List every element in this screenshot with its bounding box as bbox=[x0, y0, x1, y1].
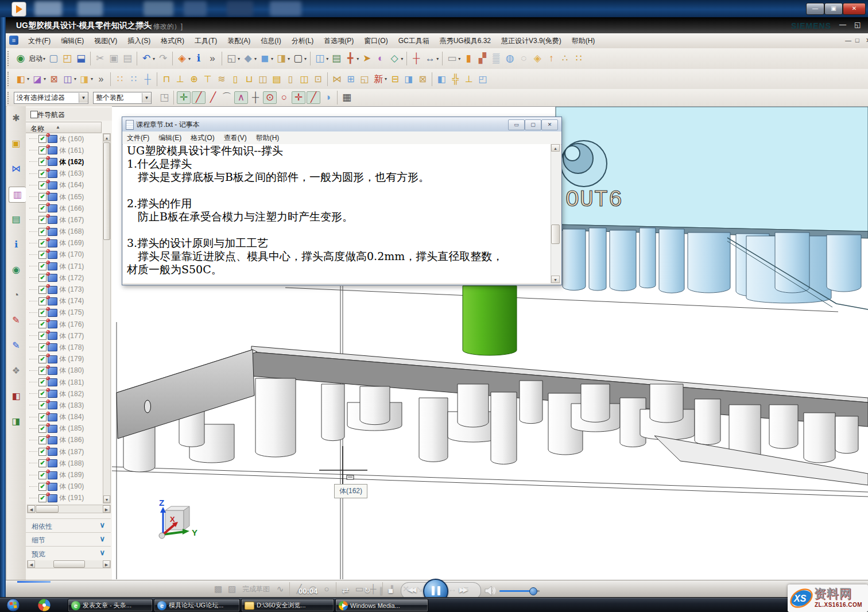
spring-icon[interactable]: ≋ bbox=[215, 72, 228, 86]
menu-item[interactable]: 文件(F) bbox=[23, 34, 56, 48]
toolbar-grip[interactable] bbox=[7, 92, 11, 104]
checkbox-checked-icon[interactable]: ✔ bbox=[38, 390, 46, 398]
grid-snap-icon[interactable]: ▦ bbox=[340, 91, 353, 104]
notepad-title-bar[interactable]: 课程章节.txt - 记事本 ▭ ▢ ✕ bbox=[122, 117, 561, 132]
cyan-plate[interactable]: OUT6 bbox=[556, 107, 868, 238]
history-icon[interactable]: ◔ bbox=[9, 288, 24, 303]
checkbox-checked-icon[interactable]: ✔ bbox=[38, 239, 46, 247]
menu-item[interactable]: 分析(L) bbox=[286, 34, 319, 48]
tree-vertical-scrollbar[interactable]: ▲ ▼ bbox=[103, 133, 111, 503]
checkbox-checked-icon[interactable]: ✔ bbox=[38, 158, 46, 166]
circle-icon[interactable]: ○ bbox=[320, 582, 333, 596]
screw-icon[interactable]: ⊥ bbox=[174, 72, 187, 86]
tree-row[interactable]: ✔ 体 (164) bbox=[26, 180, 102, 191]
checkbox-checked-icon[interactable]: ✔ bbox=[38, 309, 46, 317]
array-icon[interactable]: ∴ bbox=[559, 52, 571, 65]
tree-row[interactable]: ✔ 体 (191) bbox=[26, 493, 102, 503]
face-analysis-icon[interactable]: ◨ bbox=[275, 52, 288, 65]
doc-close-icon[interactable]: ✕ bbox=[866, 37, 868, 44]
maximize-button[interactable]: ▣ bbox=[824, 3, 843, 15]
checkbox-checked-icon[interactable]: ✔ bbox=[38, 170, 46, 178]
chevron-down-icon[interactable]: ▾ bbox=[188, 56, 191, 61]
notepad-menu-item[interactable]: 帮助(H) bbox=[251, 131, 284, 145]
assembly-navigator-icon[interactable]: ▣ bbox=[9, 136, 24, 151]
notepad-text-area[interactable]: UG塑胶模具设计零件知识--撑头1.什么是撑头 撑头是支撑底板与B板之间的部件，… bbox=[123, 144, 551, 283]
hand-diamond-icon[interactable]: ➤ bbox=[361, 52, 373, 65]
shuffle-icon[interactable]: ⇄ bbox=[342, 586, 349, 595]
scroll-right-icon[interactable]: ▶ bbox=[103, 560, 110, 568]
menu-item[interactable]: 插入(S) bbox=[122, 34, 156, 48]
scroll-thumb[interactable] bbox=[103, 142, 110, 240]
tree-row[interactable]: ✔ 体 (183) bbox=[26, 400, 102, 411]
checkbox-checked-icon[interactable]: ✔ bbox=[38, 425, 46, 433]
tree-row[interactable]: ✔ 体 (171) bbox=[26, 261, 102, 272]
stand-icon[interactable]: ⊥ bbox=[463, 72, 475, 86]
notepad-menu-item[interactable]: 格式(O) bbox=[186, 131, 219, 145]
toolbar-grip[interactable] bbox=[7, 72, 11, 86]
tree-row[interactable]: ✔ 体 (190) bbox=[26, 481, 102, 493]
chevron-down-icon[interactable]: ∨ bbox=[99, 534, 105, 543]
chevron-down-icon[interactable]: ▾ bbox=[304, 56, 307, 61]
sheet-icon[interactable]: ▭ bbox=[445, 52, 458, 65]
tree-row[interactable]: ✔ 体 (163) bbox=[26, 168, 102, 180]
ug-title-bar[interactable]: UG塑胶模具设计-模具零件知识之撑头 .prt （修改的）] SIEMENS —… bbox=[6, 17, 868, 33]
undo-icon[interactable]: ↶ bbox=[140, 52, 153, 65]
tree-row[interactable]: ✔ 体 (182) bbox=[26, 388, 102, 400]
taskbar-button[interactable]: e模具论坛-UG论坛... bbox=[154, 599, 240, 612]
ejector-icon[interactable]: ◨ bbox=[402, 72, 415, 86]
tree-row[interactable]: ✔ 体 (169) bbox=[26, 238, 102, 249]
checkbox-checked-icon[interactable]: ✔ bbox=[38, 436, 46, 444]
gem-icon[interactable]: ◈ bbox=[531, 52, 544, 65]
lifter-icon[interactable]: ◱ bbox=[358, 72, 371, 86]
chevron-down-icon[interactable]: ▾ bbox=[27, 76, 29, 82]
nx-start-icon[interactable]: ≡ bbox=[9, 36, 18, 45]
tree-row[interactable]: ✔ 体 (188) bbox=[26, 458, 102, 469]
tree-row[interactable]: ✔ 体 (162) bbox=[26, 156, 102, 168]
pinwheel-browser-icon[interactable] bbox=[37, 598, 52, 612]
taskbar-button[interactable]: D:\360安全浏览... bbox=[241, 599, 334, 612]
measure-icon[interactable]: ↔ bbox=[424, 52, 436, 65]
web-browser-icon[interactable]: ◉ bbox=[9, 262, 24, 277]
ug-minimize-icon[interactable]: — bbox=[839, 21, 846, 29]
checkbox-checked-icon[interactable]: ✔ bbox=[38, 448, 46, 456]
scroll-thumb[interactable] bbox=[53, 560, 85, 568]
checkbox-checked-icon[interactable]: ✔ bbox=[38, 332, 46, 340]
checkbox-checked-icon[interactable]: ✔ bbox=[38, 181, 46, 189]
menu-item[interactable]: 工具(T) bbox=[189, 34, 222, 48]
info-window-icon[interactable]: ℹ bbox=[192, 52, 205, 65]
checkbox-checked-icon[interactable]: ✔ bbox=[38, 343, 46, 351]
white-mold-plate[interactable] bbox=[117, 346, 868, 485]
snap-quadrant-icon[interactable]: ○ bbox=[278, 91, 290, 104]
checkbox-checked-icon[interactable]: ✔ bbox=[38, 459, 46, 467]
tree-row[interactable]: ✔ 体 (185) bbox=[26, 423, 102, 435]
notepad-restore-button[interactable]: ▢ bbox=[525, 119, 541, 130]
selection-filter-combo[interactable]: 没有选择过滤器▼ bbox=[14, 92, 88, 104]
checkbox-checked-icon[interactable]: ✔ bbox=[38, 367, 46, 375]
next-icon[interactable]: ▶▶ bbox=[459, 586, 466, 594]
menu-item[interactable]: 窗口(O) bbox=[359, 34, 393, 48]
checkbox-checked-icon[interactable]: ✔ bbox=[38, 355, 46, 363]
pocket-icon[interactable]: ▞ bbox=[476, 52, 489, 65]
tree-row[interactable]: ✔ 体 (173) bbox=[26, 284, 102, 295]
snap-face-icon[interactable]: ◑ bbox=[321, 91, 334, 104]
checkbox-checked-icon[interactable]: ✔ bbox=[38, 228, 46, 236]
chevron-down-icon[interactable]: ▾ bbox=[356, 56, 359, 61]
sphere-icon[interactable]: ◍ bbox=[503, 52, 516, 65]
plate-icon[interactable]: ▤ bbox=[270, 72, 283, 86]
tree-row[interactable]: ✔ 体 (166) bbox=[26, 203, 102, 214]
menu-item[interactable]: 帮助(H) bbox=[567, 34, 600, 48]
extrude-icon[interactable]: ↑ bbox=[545, 52, 557, 65]
chevron-down-icon[interactable]: ▾ bbox=[153, 56, 155, 61]
tree-row[interactable]: ✔ 体 (160) bbox=[26, 133, 102, 145]
tree-row[interactable]: ✔ 体 (172) bbox=[26, 272, 102, 284]
snap-midpoint-icon[interactable]: ╱ bbox=[207, 91, 219, 104]
part-navigator-icon[interactable]: ▥ bbox=[9, 187, 26, 203]
menu-item[interactable]: 视图(V) bbox=[89, 34, 122, 48]
menu-item[interactable]: 信息(I) bbox=[255, 34, 286, 48]
minimize-button[interactable]: — bbox=[806, 3, 824, 15]
tree-row[interactable]: ✔ 体 (179) bbox=[26, 354, 102, 365]
snap-pole-icon[interactable]: ∧ bbox=[234, 91, 248, 104]
name-column-header[interactable]: 名称 ▲ bbox=[26, 122, 102, 133]
chevron-down-icon[interactable]: ▾ bbox=[254, 56, 257, 61]
doc-minimize-icon[interactable]: — bbox=[845, 37, 851, 44]
